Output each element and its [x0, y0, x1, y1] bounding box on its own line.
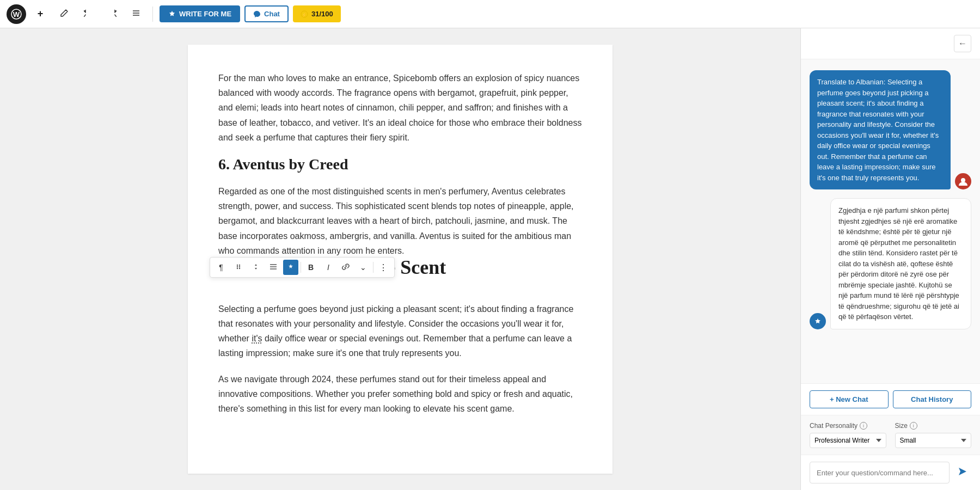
chat-settings: Chat Personality i Professional Writer C…: [801, 415, 980, 455]
ai-tool-button[interactable]: [283, 260, 298, 275]
chevron-tool-icon: ⌄: [360, 263, 366, 272]
add-button[interactable]: +: [30, 4, 50, 24]
write-for-me-label: WRITE FOR ME: [179, 10, 231, 18]
move-tool-button[interactable]: [248, 260, 264, 275]
send-icon: [958, 467, 967, 479]
align-tool-icon: [270, 263, 277, 272]
link-tool-button[interactable]: [338, 260, 353, 275]
editor-area: For the man who loves to make an entranc…: [0, 28, 800, 490]
personality-label: Chat Personality i: [810, 422, 886, 430]
chat-button[interactable]: Chat: [244, 5, 289, 22]
svg-point-11: [237, 268, 238, 269]
inline-toolbar: ¶: [210, 257, 395, 278]
paragraph-spicebomb: For the man who loves to make an entranc…: [218, 71, 582, 145]
chat-label: Chat: [264, 10, 280, 18]
message-row-user: Translate to Albanian: Selecting a perfu…: [810, 70, 971, 189]
link-tool-icon: [342, 263, 350, 272]
svg-point-9: [237, 266, 238, 267]
ai-avatar: [810, 313, 826, 329]
wp-logo: W: [7, 4, 26, 24]
message-row-ai: Zgjedhja e një parfumi shkon përtej thje…: [810, 198, 971, 329]
undo-button[interactable]: [78, 4, 98, 24]
bold-tool-button[interactable]: B: [303, 260, 318, 275]
redo-icon: [108, 9, 117, 19]
plus-icon: +: [38, 8, 44, 20]
token-label: 31/100: [311, 10, 333, 18]
send-button[interactable]: [954, 464, 971, 481]
move-tool-icon: [253, 263, 259, 272]
chat-input-area: [801, 455, 980, 490]
svg-text:⚡: ⚡: [302, 12, 307, 17]
pencil-button[interactable]: [54, 4, 74, 24]
chat-messages: Translate to Albanian: Selecting a perfu…: [801, 59, 980, 383]
svg-point-7: [237, 265, 238, 266]
editor-content[interactable]: For the man who loves to make an entranc…: [188, 45, 612, 474]
menu-icon: [132, 9, 140, 19]
paragraph-selecting: Selecting a perfume goes beyond just pic…: [218, 302, 582, 361]
chevron-tool-button[interactable]: ⌄: [356, 260, 371, 275]
size-label: Size i: [895, 422, 972, 430]
inline-tool-divider-2: [373, 262, 373, 273]
personality-info-icon[interactable]: i: [860, 422, 867, 430]
ai-tool-icon: [287, 263, 295, 272]
user-message-bubble: Translate to Albanian: Selecting a perfu…: [810, 70, 951, 189]
bold-tool-icon: B: [308, 263, 314, 272]
ai-message-bubble: Zgjedhja e një parfumi shkon përtej thje…: [830, 198, 971, 329]
redo-button[interactable]: [102, 4, 122, 24]
personality-setting-group: Chat Personality i Professional Writer C…: [810, 422, 886, 448]
toolbar-divider-1: [152, 7, 153, 22]
personality-select[interactable]: Professional Writer Creative Writer Casu…: [810, 433, 886, 448]
chat-sidebar-header: ←: [801, 28, 980, 59]
undo-icon: [84, 9, 93, 19]
paragraph-tool-button[interactable]: ¶: [213, 260, 229, 275]
token-button[interactable]: ⚡ 31/100: [293, 5, 341, 22]
inline-tool-divider-1: [301, 262, 301, 273]
italic-tool-button[interactable]: I: [321, 260, 336, 275]
svg-point-16: [961, 178, 965, 182]
back-button[interactable]: ←: [954, 35, 971, 52]
chat-input[interactable]: [810, 462, 950, 483]
align-tool-button[interactable]: [266, 260, 281, 275]
chat-history-button[interactable]: Chat History: [893, 390, 972, 408]
new-chat-button[interactable]: + New Chat: [810, 390, 889, 408]
grip-tool-icon: [235, 263, 242, 272]
chat-actions: + New Chat Chat History: [801, 383, 980, 415]
svg-point-8: [239, 265, 240, 266]
heading-aventus: 6. Aventus by Creed: [218, 156, 582, 173]
chat-sidebar: ← Translate to Albanian: Selecting a per…: [800, 28, 980, 490]
size-select[interactable]: Small Medium Large: [895, 433, 972, 448]
main-layout: For the man who loves to make an entranc…: [0, 28, 980, 490]
paragraph-aventus: Regarded as one of the most distinguishe…: [218, 184, 582, 258]
svg-text:W: W: [13, 10, 20, 19]
write-for-me-button[interactable]: WRITE FOR ME: [160, 5, 240, 22]
more-tool-button[interactable]: ⋮: [376, 260, 391, 275]
main-toolbar: W + WRITE FOR ME Chat ⚡ 31/100: [0, 0, 980, 28]
pencil-icon: [60, 9, 69, 19]
more-tool-icon: ⋮: [379, 262, 388, 273]
svg-point-12: [239, 268, 240, 269]
user-avatar: [955, 173, 971, 189]
size-info-icon[interactable]: i: [910, 422, 917, 430]
italic-tool-icon: I: [327, 263, 329, 272]
menu-button[interactable]: [126, 4, 146, 24]
back-icon: ←: [958, 39, 967, 48]
grip-tool-button[interactable]: [231, 260, 246, 275]
size-setting-group: Size i Small Medium Large: [895, 422, 972, 448]
paragraph-navigate: As we navigate through 2024, these perfu…: [218, 372, 582, 416]
svg-point-10: [239, 266, 240, 267]
paragraph-tool-icon: ¶: [219, 263, 223, 272]
